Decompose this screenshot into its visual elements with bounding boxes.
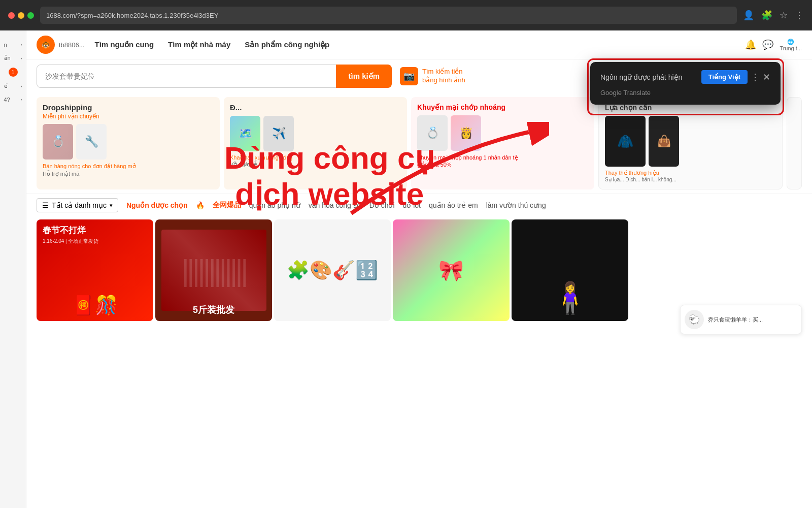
cat-item-1[interactable]: quần áo phụ nữ: [249, 201, 300, 209]
promo-card-4[interactable]: Lựa chọn cần 🧥 👜 Thay thế thương hiệu Sự…: [598, 97, 783, 189]
logo-area: 🐯 tb8806...: [37, 36, 85, 54]
fire-text[interactable]: 全网爆品: [213, 201, 241, 210]
search-button[interactable]: tìm kiếm: [336, 65, 392, 88]
maximize-dot[interactable]: [27, 12, 34, 19]
cat-item-4[interactable]: đồ lót: [403, 201, 421, 209]
left-sidebar: n› ản› 1 ế› 4?›: [0, 30, 26, 508]
cat-item-3[interactable]: Đồ chơi: [369, 201, 395, 209]
product-card-spring[interactable]: 春节不打烊 1.16-2.04 | 全场正常发货 🧧🎊: [37, 219, 153, 321]
trung-ta-label: Trung t...: [780, 45, 802, 51]
promo-card-2-desc2: Vỡ ngày lễ: [230, 161, 401, 168]
promo-card-4-desc2: Sự lựa... Dịch... bán l... không...: [605, 176, 776, 183]
chevron-icon-4: ›: [21, 97, 22, 102]
sidebar-item-1[interactable]: n›: [2, 39, 24, 51]
promo-card-1[interactable]: Dropshipping Miễn phí vận chuyển 💍 🔧 Bán…: [37, 97, 220, 189]
promo-card-1-imgs: 💍 🔧: [43, 124, 214, 160]
spring-card-bg: 春节不打烊 1.16-2.04 | 全场正常发货 🧧🎊: [37, 219, 153, 321]
menu-icon[interactable]: ⋮: [795, 10, 804, 21]
fashion-card-bg: 🧍‍♀️ JCC Z: [512, 219, 628, 321]
profile-icon[interactable]: 👤: [743, 10, 754, 21]
promo-card-5[interactable]: [787, 97, 802, 189]
promo-card-4-imgs: 🧥 👜: [605, 116, 776, 167]
product-plane-img: ✈️: [263, 116, 294, 151]
product-map-img: 🗺️: [230, 116, 260, 151]
food-label: 5斤装批发: [193, 304, 234, 316]
product-card-toys[interactable]: 🧩🎨🎸🔢: [274, 219, 391, 321]
cat-item-6[interactable]: làm vườn thú cưng: [486, 201, 546, 209]
product-ring-img: 💍: [43, 124, 73, 160]
address-bar[interactable]: 1688.com/?spm=a260k.home2024.tabs.1.230f…: [40, 7, 737, 24]
product-anime-img: 👸: [451, 115, 481, 151]
featured-label[interactable]: Nguồn được chọn: [126, 201, 188, 209]
translate-detected-label: Ngôn ngữ được phát hiện: [600, 73, 682, 81]
sidebar-item-4[interactable]: 4?›: [2, 93, 24, 106]
sidebar-item-3[interactable]: ế›: [2, 80, 24, 92]
trung-ta-area: 🌐 Trung t...: [780, 39, 802, 51]
browser-dots: [8, 12, 34, 19]
nav-item-3[interactable]: Sản phẩm công nghiệp: [245, 40, 329, 49]
spring-figurines: 🧧🎊: [72, 295, 118, 316]
promo-card-1-title: Dropshipping: [43, 103, 214, 112]
chevron-icon-3: ›: [21, 84, 22, 89]
promo-card-4-title: Lựa chọn cần: [605, 104, 776, 112]
camera-icon: 📷: [400, 67, 418, 85]
product-tool-img: 🔧: [76, 124, 107, 160]
translate-actions: Tiếng Việt ⋮ ✕: [701, 70, 770, 84]
cat-item-5[interactable]: quần áo trẻ em: [429, 201, 478, 209]
close-dot[interactable]: [8, 12, 15, 19]
product-jacket-img: 🧥: [605, 116, 646, 167]
promo-card-3-desc2: giảm giá 50%: [417, 162, 588, 168]
translate-more-icon[interactable]: ⋮: [751, 72, 760, 83]
search-box: tìm kiếm: [37, 65, 392, 88]
promo-card-3-title: Khuyến mại chớp nhoáng: [417, 103, 588, 111]
nav-item-2[interactable]: Tìm một nhà máy: [168, 40, 230, 49]
browser-action-icons: 👤 🧩 ☆ ⋮: [743, 10, 804, 21]
translate-popup: Ngôn ngữ được phát hiện Tiếng Việt ⋮ ✕ G…: [590, 62, 781, 105]
promo-card-2-desc1: Khai thác xu hướng nóng: [230, 154, 401, 161]
cat-item-2[interactable]: văn hóa công sở: [309, 201, 361, 209]
chevron-icon-2: ›: [21, 56, 22, 61]
promo-card-3[interactable]: Khuyến mại chớp nhoáng 💍 👸 Khuyến mại ch…: [411, 97, 594, 189]
extensions-icon[interactable]: 🧩: [761, 10, 772, 21]
floating-avatar: 🐑: [685, 310, 704, 329]
accessories-card-bg: 🎀: [393, 219, 510, 321]
product-card-food[interactable]: |||||||||||| 5斤装批发: [155, 219, 272, 321]
promo-card-1-desc2: Hỗ trợ mật mã: [43, 170, 214, 178]
promo-card-3-desc1: Khuyến mại chớp nhoáng 1 nhân dân tệ: [417, 154, 588, 162]
translate-language-button[interactable]: Tiếng Việt: [701, 70, 748, 84]
translate-close-icon[interactable]: ✕: [763, 72, 770, 83]
help-icon[interactable]: 💬: [762, 39, 773, 50]
food-texture: ||||||||||||: [161, 230, 266, 311]
spring-subtitle: 1.16-2.04 | 全场正常发货: [43, 238, 147, 245]
site-logo-icon: 🐯: [37, 36, 55, 54]
food-card-bg: |||||||||||| 5斤装批发: [155, 219, 272, 321]
main-area: 🐯 tb8806... Tìm nguồn cung Tìm một nhà m…: [26, 30, 812, 508]
main-nav: Tìm nguồn cung Tìm một nhà máy Sản phẩm …: [95, 40, 330, 49]
image-search-area[interactable]: 📷 Tìm kiếm tiền bằng hình ảnh: [400, 67, 473, 85]
translate-popup-row1: Ngôn ngữ được phát hiện Tiếng Việt ⋮ ✕: [600, 70, 770, 84]
translate-source-label: Google Translate: [600, 89, 770, 97]
sidebar-badge: 1: [9, 68, 18, 77]
floating-card[interactable]: 🐑 乔只食玩懒羊羊：买...: [680, 305, 802, 334]
promo-card-2[interactable]: Đ... 🗺️ ✈️ Khai thác xu hướng nóng Vỡ ng…: [224, 97, 407, 189]
product-ring2-img: 💍: [417, 115, 448, 151]
minimize-dot[interactable]: [18, 12, 24, 19]
header-right: 🔔 💬 🌐 Trung t...: [745, 39, 802, 51]
promo-card-2-imgs: 🗺️ ✈️: [230, 116, 401, 151]
product-card-accessories[interactable]: 🎀: [393, 219, 510, 321]
sidebar-item-2[interactable]: ản›: [2, 52, 24, 65]
promo-card-3-imgs: 💍 👸: [417, 115, 588, 151]
all-categories-btn[interactable]: ☰ Tất cả danh mục ▾: [37, 198, 118, 212]
menu-bars-icon: ☰: [42, 201, 49, 209]
nav-item-1[interactable]: Tìm nguồn cung: [95, 40, 154, 49]
promo-card-2-title: Đ...: [230, 103, 401, 112]
toys-card-bg: 🧩🎨🎸🔢: [274, 219, 391, 321]
image-search-text: Tìm kiếm tiền bằng hình ảnh: [422, 68, 473, 85]
product-card-fashion[interactable]: 🧍‍♀️ JCC Z: [512, 219, 628, 321]
translate-icon-header: 🌐: [787, 39, 794, 45]
notification-icon[interactable]: 🔔: [745, 39, 756, 50]
bookmark-icon[interactable]: ☆: [780, 10, 788, 21]
fashion-figure: 🧍‍♀️: [551, 280, 589, 316]
promo-card-4-desc1: Thay thế thương hiệu: [605, 170, 776, 176]
chevron-down-icon: ▾: [110, 202, 113, 209]
